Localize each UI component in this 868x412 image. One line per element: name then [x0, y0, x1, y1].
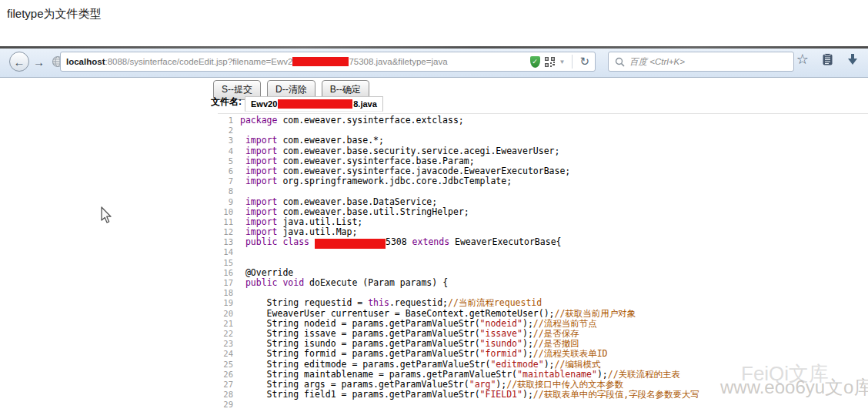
search-icon	[615, 57, 625, 67]
line-number: 8	[218, 186, 233, 196]
download-icon[interactable]	[846, 53, 859, 65]
line-number: 29	[218, 400, 233, 410]
code-line: 29	[218, 400, 868, 410]
line-number: 25	[218, 360, 233, 370]
code-line: 1package com.eweaver.sysinterface.extcla…	[218, 116, 868, 126]
forward-button[interactable]: →	[33, 55, 45, 69]
line-number: 21	[218, 319, 233, 329]
watermark-url: www.eoo6yu文o库	[720, 375, 868, 400]
line-number: 12	[218, 227, 233, 237]
shield-check: ✓	[532, 58, 538, 65]
browser-toolbar: ← → localhost:8088/sysinterface/codeEdit…	[0, 46, 868, 78]
reload-button[interactable]: ↻	[579, 55, 589, 69]
line-number: 26	[218, 370, 233, 380]
line-number: 13	[218, 237, 233, 247]
window-edge	[0, 46, 868, 49]
line-number: 14	[218, 247, 233, 257]
code-line: 7 import org.springframework.jdbc.core.J…	[218, 176, 868, 186]
code-line: 14	[218, 247, 868, 257]
line-number: 10	[218, 207, 233, 217]
url-text: localhost:8088/sysinterface/codeEdit.jsp…	[66, 57, 530, 66]
url-redaction	[292, 57, 349, 66]
back-button[interactable]: ←	[9, 52, 29, 72]
code-line: 13 public class 5308 extends EweaverExec…	[218, 237, 868, 247]
line-number: 17	[218, 278, 233, 288]
line-number: 1	[218, 116, 233, 126]
divider	[572, 55, 573, 69]
line-number: 28	[218, 390, 233, 400]
url-host: localhost	[66, 57, 105, 66]
clipboard-icon[interactable]	[821, 53, 834, 66]
line-number: 4	[218, 146, 233, 156]
line-number: 7	[218, 176, 233, 186]
line-number: 9	[218, 197, 233, 207]
line-number: 15	[218, 258, 233, 268]
search-input[interactable]: 百度 <Ctrl+K>	[608, 52, 794, 72]
chevron-down-icon[interactable]: ▼	[559, 59, 566, 65]
url-suffix: 75308.java&filetype=java	[349, 57, 447, 66]
line-number: 23	[218, 339, 233, 349]
forward-icon: →	[33, 55, 45, 69]
url-bar[interactable]: localhost:8088/sysinterface/codeEdit.jsp…	[60, 52, 596, 72]
filename-redaction	[278, 99, 352, 109]
line-number: 11	[218, 217, 233, 227]
search-placeholder: 百度 <Ctrl+K>	[629, 56, 685, 68]
security-shield-icon[interactable]: ✓	[530, 56, 540, 68]
line-number: 18	[218, 288, 233, 298]
url-path: :8088/sysinterface/codeEdit.jsp?filename…	[105, 57, 292, 66]
line-number: 20	[218, 309, 233, 319]
mouse-cursor-icon	[97, 205, 114, 228]
line-number: 16	[218, 268, 233, 278]
line-number: 19	[218, 298, 233, 308]
line-number: 27	[218, 380, 233, 390]
line-number: 24	[218, 349, 233, 359]
line-number: 22	[218, 329, 233, 339]
code-redaction	[315, 239, 386, 249]
filename-suffix: 8.java	[353, 99, 377, 109]
filename-row: 文件名: Ewv208.java	[211, 95, 383, 112]
code-line: 15	[218, 258, 868, 268]
bookmark-star-icon[interactable]: ☆	[796, 52, 809, 66]
filename-label: 文件名:	[211, 95, 242, 112]
filename-prefix: Ewv20	[251, 99, 277, 109]
code-area-border	[218, 113, 868, 114]
line-number: 5	[218, 156, 233, 166]
line-number: 2	[218, 126, 233, 136]
line-number: 6	[218, 166, 233, 176]
filename-tab: Ewv208.java	[245, 96, 383, 112]
line-number: 3	[218, 136, 233, 146]
code-line: 17 public void doExecute (Param params) …	[218, 278, 868, 288]
qr-code-icon[interactable]	[545, 57, 555, 67]
back-icon: ←	[14, 55, 25, 69]
page-note: filetype为文件类型	[7, 7, 102, 22]
